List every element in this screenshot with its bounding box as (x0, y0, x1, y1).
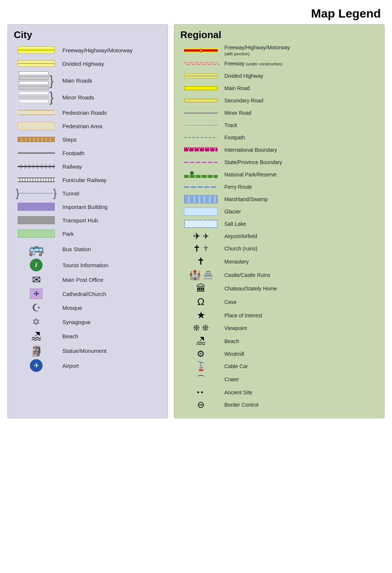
reg-label: International Boundary (224, 147, 277, 153)
reg-label: Crater (224, 376, 239, 382)
legend-label: Divided Highway (62, 61, 104, 67)
reg-label: National Park/Reserve (224, 172, 277, 178)
cross-solid-icon: ✝ (193, 243, 200, 254)
crater-icon: ⌒ (196, 373, 205, 385)
reg-label: Chateau/Stately Home (224, 286, 277, 292)
legend-label: Steps (62, 136, 77, 143)
reg-list-item: Track (180, 120, 378, 130)
list-item: ✡ Synagogue (14, 316, 162, 328)
reg-list-item: ⚙ Windmill (180, 349, 378, 359)
reg-label: Cave (224, 299, 237, 305)
reg-list-item: Divided Highway (180, 71, 378, 81)
legend-label: Tunnel (62, 190, 79, 197)
reg-label: Footpath (224, 135, 245, 141)
list-item: Footpath (14, 147, 162, 158)
reg-list-item: Marshland/Swamp (180, 194, 378, 204)
legend-label: Airport (62, 363, 79, 369)
reg-label: Cable Car (224, 363, 248, 369)
reg-label: Viewpoint (224, 325, 247, 331)
list-item: 🗿 Statue/Monument (14, 345, 162, 357)
beach-city-icon: 🏖 (31, 330, 41, 342)
list-item: Important Building (14, 201, 162, 212)
cable-car-icon: 🚡 (195, 361, 206, 372)
page-title: Map Legend (0, 0, 392, 24)
airplane-small-icon: ✈ (203, 232, 209, 241)
legend-label: Pedestrian Roads (62, 110, 107, 116)
reg-label: Main Road (224, 85, 250, 91)
reg-list-item: ✝ ✝ Church (ruins) (180, 243, 378, 254)
reg-label: Freeway (under construction) (224, 61, 282, 67)
city-title: City (14, 29, 162, 41)
border-control-icon: ⊖ (197, 400, 205, 410)
reg-label: Marshland/Swamp (224, 196, 268, 202)
list-item: } { Tunnel (14, 188, 162, 199)
reg-label: Windmill (224, 351, 244, 357)
reg-label: State/Province Boundary (224, 159, 282, 165)
reg-label: Ferry Route (224, 184, 252, 190)
airport-city-icon: ✈ (30, 359, 43, 372)
legend-label: Bus Station (62, 246, 91, 252)
legend-label: Park (62, 231, 74, 237)
legend-label: Pedestrian Area (62, 123, 102, 129)
reg-label: Salt Lake (224, 221, 246, 227)
reg-list-item: National Park/Reserve (180, 169, 378, 180)
legend-label: Transport Hub (62, 217, 98, 224)
synagogue-icon: ✡ (32, 316, 40, 328)
cathedral-icon: ✚ (30, 289, 43, 299)
list-item: Pedestrian Area (14, 120, 162, 132)
reg-label: Airport/Airfield (224, 233, 257, 239)
list-item: Pedestrian Roads (14, 107, 162, 118)
list-item: Divided Highway (14, 58, 162, 69)
reg-label: Freeway/Highway/Motorway(with junction) (224, 44, 290, 56)
list-item: } Minor Roads (14, 90, 162, 104)
reg-list-item: Glacier (180, 206, 378, 217)
reg-list-item: Minor Road (180, 108, 378, 118)
reg-list-item: Freeway (under construction) (180, 58, 378, 69)
reg-list-item: Main Road (180, 83, 378, 93)
postoffice-icon: ✉ (32, 274, 41, 286)
castle-solid-icon: 🏰 (189, 269, 201, 281)
reg-list-item: Ferry Route (180, 182, 378, 192)
star-icon: ★ (197, 309, 205, 321)
reg-list-item: ❊ ❊ Viewpoint (180, 323, 378, 333)
legend-label: Beach (62, 333, 78, 339)
reg-label: Track (224, 122, 237, 128)
reg-label: Border Control (224, 402, 258, 408)
list-item: Freeway/Highway/Motorway (14, 44, 162, 56)
legend-label: Tourist Information (62, 262, 108, 268)
reg-label: Glacier (224, 209, 241, 215)
viewpoint-icon-1: ❊ (193, 323, 200, 333)
ancient-site-icon: •• (197, 389, 205, 397)
legend-label: Footpath (62, 150, 84, 156)
legend-label: Cathedral/Church (62, 291, 106, 297)
statue-icon: 🗿 (30, 345, 43, 357)
reg-list-item: ✝ Monastery (180, 256, 378, 267)
reg-label: Monastery (224, 259, 249, 265)
reg-list-item: 🚡 Cable Car (180, 361, 378, 372)
reg-label: Place of Interest (224, 312, 262, 318)
windmill-icon: ⚙ (197, 349, 205, 359)
reg-list-item: ⊖ Border Control (180, 400, 378, 410)
reg-list-item: ⌒ Crater (180, 373, 378, 385)
reg-list-item: Footpath (180, 132, 378, 143)
reg-label: Ancient Site (224, 389, 252, 395)
reg-list-item: 🏖 Beach (180, 335, 378, 347)
list-item: 🚌 Bus Station (14, 241, 162, 256)
list-item: ✈ Airport (14, 359, 162, 372)
reg-label: Minor Road (224, 110, 251, 116)
reg-label: Secondary Road (224, 98, 263, 104)
cross-outline-icon: ✝ (203, 244, 209, 253)
reg-list-item: Ω Cave (180, 296, 378, 308)
reg-list-item: 🏛 Chateau/Stately Home (180, 283, 378, 294)
reg-list-item: ✈ ✈ Airport/Airfield (180, 231, 378, 241)
mosque-icon: ☪ (32, 302, 41, 314)
bus-icon: 🚌 (28, 241, 44, 256)
list-item: ✉ Main Post Office (14, 274, 162, 286)
info-icon: i (30, 259, 43, 271)
monastery-icon: ✝ (197, 256, 205, 267)
airplane-icon: ✈ (193, 231, 200, 241)
legend-label: Minor Roads (62, 94, 94, 101)
reg-list-item: 🏰 🏯 Castle/Castle Ruins (180, 269, 378, 281)
cave-icon: Ω (197, 296, 204, 308)
legend-label: Main Roads (62, 77, 92, 84)
